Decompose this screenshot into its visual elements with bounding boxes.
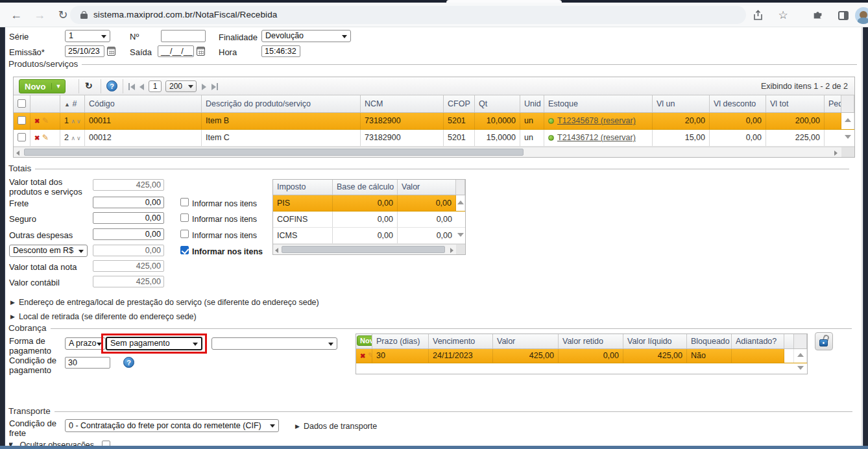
vertical-scrollbar[interactable] bbox=[794, 363, 807, 374]
column-header[interactable]: Vencimento bbox=[429, 334, 493, 348]
edit-icon[interactable]: ✎ bbox=[368, 351, 372, 360]
vertical-scrollbar[interactable] bbox=[841, 130, 854, 146]
collapsed-endereco-entrega[interactable]: ▶Endereço de entrega/local de prestação … bbox=[10, 298, 319, 307]
informar-desconto-checkbox[interactable] bbox=[180, 246, 189, 254]
unlock-icon[interactable] bbox=[815, 332, 833, 350]
collapsed-dados-transporte[interactable]: ▶Dados de transporte bbox=[295, 422, 377, 431]
seguro-input[interactable]: 0,00 bbox=[93, 212, 164, 224]
back-icon[interactable]: ← bbox=[8, 6, 25, 23]
column-header[interactable]: Bloqueado bbox=[687, 334, 732, 348]
hora-input[interactable]: 15:46:32 bbox=[261, 45, 300, 57]
column-header[interactable]: Vl tot bbox=[766, 95, 825, 112]
refresh-icon[interactable]: ↻ bbox=[85, 80, 93, 91]
reload-icon[interactable]: ↻ bbox=[54, 6, 71, 23]
frete-input[interactable]: 0,00 bbox=[93, 197, 164, 208]
horizontal-scrollbar[interactable] bbox=[14, 147, 854, 157]
novo-dropdown-arrow-icon[interactable]: ▼ bbox=[51, 83, 66, 90]
saida-input[interactable]: __/__/__ bbox=[158, 45, 194, 57]
row-up-icon[interactable]: ∧ bbox=[71, 135, 77, 141]
delete-icon[interactable]: ✖ bbox=[34, 134, 40, 141]
ocultar-observacoes-toggle[interactable]: ▶ Ocultar observações bbox=[9, 441, 204, 446]
column-header[interactable]: Descrição do produto/serviço bbox=[202, 95, 361, 112]
row-down-icon[interactable]: ∨ bbox=[77, 135, 82, 141]
page-number-box[interactable]: 1 bbox=[149, 80, 162, 92]
address-bar[interactable]: sistema.maxiprod.com.br/NotaFiscal/Receb… bbox=[70, 6, 746, 24]
select-all-checkbox[interactable] bbox=[18, 99, 26, 108]
scrollbar-thumb[interactable] bbox=[24, 149, 524, 156]
help-icon[interactable]: ? bbox=[106, 80, 117, 91]
forma-pagamento-select[interactable]: A prazo bbox=[65, 337, 106, 350]
column-header[interactable]: Imposto bbox=[273, 180, 333, 195]
collapsed-local-retirada[interactable]: ▶Local de retirada (se diferente do ende… bbox=[10, 312, 197, 321]
bookmark-star-icon[interactable]: ☆ bbox=[775, 7, 791, 24]
url-text[interactable]: sistema.maxiprod.com.br/NotaFiscal/Receb… bbox=[93, 10, 277, 19]
column-header[interactable]: Base de cálculo bbox=[333, 180, 398, 195]
column-header[interactable]: Estoque bbox=[544, 95, 653, 112]
stock-reserve-link[interactable]: T21436712 (reservar) bbox=[557, 133, 636, 142]
column-header[interactable]: CFOP bbox=[444, 95, 475, 112]
calendar-icon[interactable] bbox=[107, 47, 115, 56]
column-header[interactable]: Qt bbox=[475, 95, 520, 112]
edit-icon[interactable]: ✎ bbox=[42, 116, 49, 125]
num-header[interactable]: ▲ # bbox=[60, 95, 85, 112]
edit-icon[interactable]: ✎ bbox=[42, 133, 49, 142]
lock-icon[interactable] bbox=[80, 11, 88, 19]
extensions-icon[interactable] bbox=[812, 9, 824, 21]
column-header[interactable]: Valor retido bbox=[559, 334, 623, 348]
row-checkbox[interactable] bbox=[18, 133, 26, 141]
page-size-select[interactable]: 200 bbox=[165, 80, 197, 92]
column-header[interactable]: Adiantado? bbox=[732, 334, 784, 348]
condicao-frete-select[interactable]: 0 - Contratação do frete por conta do re… bbox=[65, 419, 279, 432]
novo-button[interactable]: Novo ▼ bbox=[19, 79, 66, 93]
desconto-input[interactable]: 0,00 bbox=[93, 245, 164, 256]
finalidade-select[interactable]: Devolução bbox=[261, 30, 351, 42]
table-row[interactable]: PIS 0,00 0,00 bbox=[273, 195, 465, 212]
conta-select[interactable] bbox=[211, 337, 337, 350]
emissao-input[interactable]: 25/10/23 bbox=[65, 45, 104, 57]
ocultar-observacoes-checkbox[interactable] bbox=[102, 441, 110, 446]
column-header[interactable]: Valor bbox=[493, 334, 559, 348]
vertical-scrollbar[interactable] bbox=[456, 195, 465, 211]
serie-select[interactable]: 1 bbox=[65, 30, 110, 42]
column-header[interactable]: Pedi bbox=[825, 95, 841, 112]
table-row[interactable]: ✖ ✎ 30 24/11/2023 425,00 0,00 425,00 Não bbox=[356, 349, 807, 363]
novo-button[interactable]: Novo bbox=[357, 335, 372, 346]
vertical-scrollbar[interactable] bbox=[841, 113, 854, 129]
column-header[interactable]: Prazo (dias) bbox=[372, 334, 429, 348]
scroll-down-icon[interactable] bbox=[457, 233, 464, 237]
desconto-select[interactable]: Desconto em R$ bbox=[9, 245, 88, 257]
row-checkbox[interactable] bbox=[18, 116, 26, 125]
vertical-scrollbar[interactable] bbox=[456, 228, 465, 243]
scroll-left-icon[interactable] bbox=[16, 151, 19, 156]
condicao-pagamento-input[interactable]: 30 bbox=[65, 357, 110, 369]
column-header[interactable]: Código bbox=[85, 95, 202, 112]
scroll-down-icon[interactable] bbox=[797, 366, 804, 370]
profile-avatar[interactable] bbox=[855, 7, 868, 24]
scrollbar-thumb[interactable] bbox=[282, 246, 445, 253]
column-header[interactable]: Valor bbox=[398, 180, 456, 195]
side-panel-icon[interactable] bbox=[838, 11, 849, 20]
row-up-icon[interactable]: ∧ bbox=[71, 118, 77, 125]
scroll-up-icon[interactable] bbox=[845, 118, 851, 122]
help-icon[interactable]: ? bbox=[123, 357, 134, 368]
horizontal-scrollbar[interactable] bbox=[273, 244, 465, 254]
share-icon[interactable] bbox=[753, 10, 764, 21]
table-row[interactable]: ICMS 0,00 0,00 bbox=[273, 228, 465, 244]
table-row[interactable]: ✖ ✎ 2 ∧∨ 00012 Item C 73182900 5201 15,0… bbox=[14, 130, 854, 147]
column-header[interactable]: Vl un bbox=[653, 95, 710, 112]
delete-icon[interactable]: ✖ bbox=[360, 352, 365, 359]
column-header[interactable]: NCM bbox=[361, 95, 444, 112]
row-down-icon[interactable]: ∨ bbox=[77, 118, 82, 125]
informar-frete-checkbox[interactable] bbox=[180, 198, 189, 206]
column-header[interactable]: Valor líquido bbox=[623, 334, 687, 348]
numero-input[interactable] bbox=[161, 30, 206, 42]
scroll-up-icon[interactable] bbox=[457, 200, 464, 204]
informar-seguro-checkbox[interactable] bbox=[180, 213, 189, 222]
scroll-up-icon[interactable] bbox=[797, 353, 804, 357]
scroll-right-icon[interactable] bbox=[450, 248, 453, 253]
vertical-scrollbar[interactable] bbox=[794, 349, 807, 363]
scroll-down-icon[interactable] bbox=[845, 135, 851, 139]
outras-despesas-input[interactable]: 0,00 bbox=[93, 228, 164, 240]
column-header[interactable]: Vl desconto bbox=[710, 95, 766, 112]
table-row[interactable]: COFINS 0,00 0,00 bbox=[273, 212, 465, 228]
